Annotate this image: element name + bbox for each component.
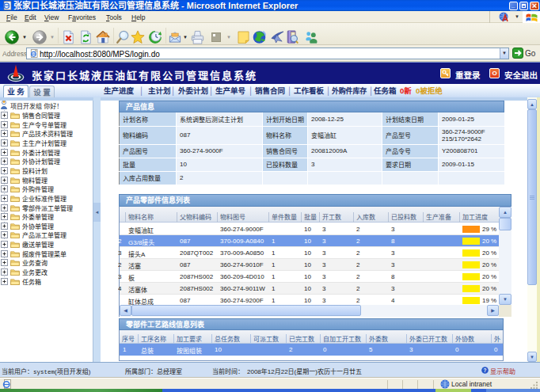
svg-text:?: ? bbox=[484, 367, 487, 373]
